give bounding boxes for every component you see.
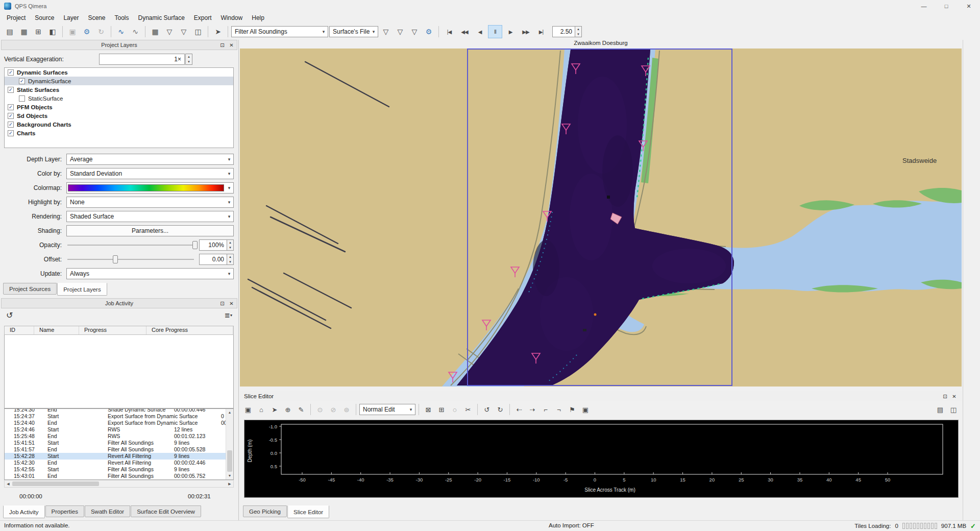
close-panel-icon[interactable]: ✕ [951,394,958,399]
tree-item-charts[interactable]: ✓Charts [5,129,233,137]
slider-offset[interactable] [66,254,195,265]
shift-right-icon[interactable]: ⇢ [526,403,538,416]
slice-plot[interactable]: Depth (m) -1.0-0.50.00.5 -50-45-40-35-30… [244,420,959,498]
lasso-icon[interactable]: ◌ [449,403,461,416]
new-project-icon[interactable]: ▤ [3,25,16,38]
camera-icon[interactable]: ▣ [579,403,592,416]
tree-item-pfm-objects[interactable]: ✓PFM Objects [5,103,233,111]
sounding-select-icon[interactable]: ➤ [211,25,225,38]
horizontal-scrollbar[interactable]: ◀ ▶ [4,480,234,488]
checkbox-checked[interactable]: ✓ [8,87,14,93]
processing-settings-icon[interactable]: ⚙ [80,25,93,38]
tab-geo-picking[interactable]: Geo Picking [243,505,287,517]
point-accept-icon[interactable]: ⊚ [340,403,353,416]
menu-source[interactable]: Source [30,13,59,22]
spinner-buttons[interactable]: ▲▼ [227,239,234,251]
scroll-down-icon[interactable]: ▼ [226,472,233,479]
filter-settings-icon[interactable]: ▽ [408,25,421,38]
dropdown-rendering[interactable]: Shaded Surface▾ [66,211,234,222]
report-icon[interactable]: ▤ [934,403,946,416]
add-raw-sonar-icon[interactable]: ⊞ [32,25,45,38]
tab-swath-editor[interactable]: Swath Editor [85,505,130,517]
spin-down-icon[interactable]: ▼ [186,59,192,64]
pause-button[interactable]: Ⅱ [488,25,502,38]
column-header-progress[interactable]: Progress [79,326,146,334]
go-first-button[interactable]: |◀ [442,25,456,38]
filter-profile-icon[interactable]: ▽ [163,25,176,38]
slider-handle[interactable] [113,255,118,263]
tree-item-sd-objects[interactable]: ✓Sd Objects [5,111,233,120]
maximize-button[interactable]: □ [935,0,958,12]
grid-toggle-icon[interactable]: ⊞ [435,403,448,416]
clip-icon[interactable]: ✂ [462,403,474,416]
rotate-left-icon[interactable]: ⌐ [540,403,552,416]
fast-rewind-button[interactable]: ◀◀ [457,25,472,38]
filter-accept-icon[interactable]: ▽ [379,25,393,38]
float-panel-icon[interactable]: ⊡ [219,42,226,48]
screen-layout-icon[interactable]: ◫ [947,403,960,416]
checkbox-checked[interactable]: ✓ [8,113,14,119]
cube-view-icon[interactable]: ◫ [191,25,205,38]
home-view-icon[interactable]: ⌂ [255,403,267,416]
tab-properties[interactable]: Properties [45,505,84,517]
checkbox-unchecked[interactable] [19,95,25,102]
close-panel-icon[interactable]: ✕ [228,42,235,48]
tab-job-activity[interactable]: Job Activity [3,505,45,518]
pick-arrow-icon[interactable]: ➤ [268,403,281,416]
tree-item-dynamic-surfaces[interactable]: ✓Dynamic Surfaces [5,68,233,77]
normal-edit-dropdown[interactable]: Normal Edit▾ [359,404,415,415]
scroll-up-icon[interactable]: ▲ [226,409,233,416]
close-button[interactable]: ✕ [958,0,980,12]
filter-gear-icon[interactable]: ⚙ [422,25,435,38]
add-processed-points-icon[interactable]: ◧ [46,25,59,38]
float-panel-icon[interactable]: ⊡ [942,394,948,399]
scrollbar-thumb[interactable] [12,481,99,486]
dropdown-highlight-by[interactable]: None▾ [66,197,234,208]
spin-down-icon[interactable]: ▼ [575,32,581,37]
dropdown-update[interactable]: Always▾ [66,268,234,279]
slider-opacity[interactable] [66,239,195,251]
open-project-icon[interactable]: ▦ [17,25,31,38]
menu-tools[interactable]: Tools [110,13,133,22]
tree-item-staticsurface[interactable]: StaticSurface [5,94,233,103]
playback-speed-spinbox[interactable]: 2.50▲▼ [552,26,582,37]
rotate-right-icon[interactable]: ¬ [553,403,565,416]
spinner-buttons[interactable]: ▲▼ [227,254,234,265]
spin-down-icon[interactable]: ▼ [227,245,233,250]
checkbox-checked[interactable]: ✓ [8,104,14,110]
map-canvas[interactable]: Stadsweide [240,49,962,387]
dynamic-surface-icon[interactable]: ∿ [114,25,128,38]
spinner-buttons[interactable]: ▲▼ [185,54,192,65]
refresh-jobs-icon[interactable]: ↺ [6,310,13,320]
point-reject-icon[interactable]: ⊘ [327,403,339,416]
flag-icon[interactable]: ⚑ [566,403,578,416]
erase-soundings-icon[interactable]: ⊠ [422,403,434,416]
menu-help[interactable]: Help [247,13,269,22]
job-table-body[interactable] [4,335,234,408]
checkbox-checked[interactable]: ✓ [19,78,25,84]
checkbox-checked[interactable]: ✓ [8,130,14,136]
job-log-container[interactable]: 15:24:30EndShade Dynamic Surface00:00:00… [4,408,234,480]
filter-reject-icon[interactable]: ▽ [394,25,407,38]
fast-forward-button[interactable]: ▶▶ [519,25,533,38]
spin-down-icon[interactable]: ▼ [227,259,233,264]
copy-icon[interactable]: ▣ [66,25,79,38]
menu-scene[interactable]: Scene [83,13,110,22]
undo-icon[interactable]: ↺ [481,403,493,416]
save-icon[interactable]: ▣ [242,403,254,416]
export-surface-icon[interactable]: ▦ [149,25,162,38]
spin-up-icon[interactable]: ▲ [186,54,192,59]
step-back-button[interactable]: ◀ [473,25,487,38]
tree-item-background-charts[interactable]: ✓Background Charts [5,120,233,129]
go-last-button[interactable]: ▶| [534,25,548,38]
vertical-exaggeration-spinner[interactable]: ▲▼ [185,54,192,65]
spin-up-icon[interactable]: ▲ [575,27,581,32]
tab-slice-editor[interactable]: Slice Editor [287,505,329,518]
tab-project-layers[interactable]: Project Layers [57,283,107,296]
spinner-buttons[interactable]: ▲▼ [575,26,582,37]
shift-left-icon[interactable]: ⇠ [513,403,525,416]
tab-surface-edit-overview[interactable]: Surface Edit Overview [131,505,201,517]
point-edit-icon[interactable]: ⊙ [314,403,326,416]
map-view[interactable]: Stadsweide [240,49,962,387]
spin-up-icon[interactable]: ▲ [227,254,233,259]
